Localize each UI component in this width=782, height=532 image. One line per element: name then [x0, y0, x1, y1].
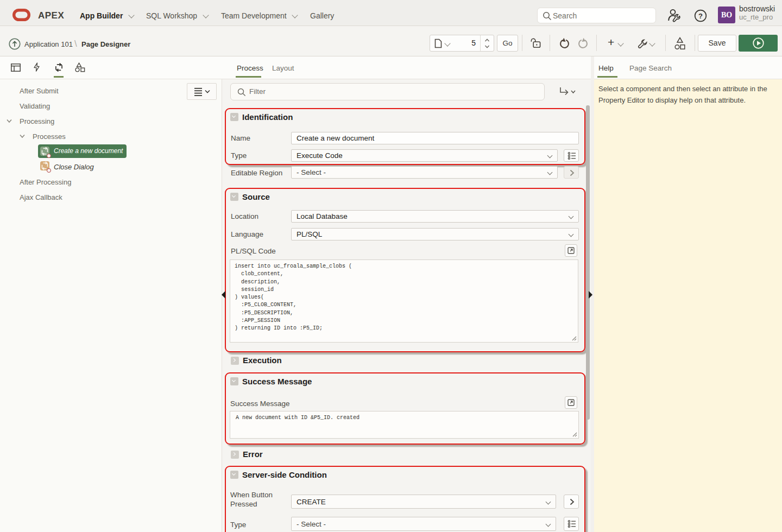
svg-text:?: ? — [698, 12, 703, 20]
